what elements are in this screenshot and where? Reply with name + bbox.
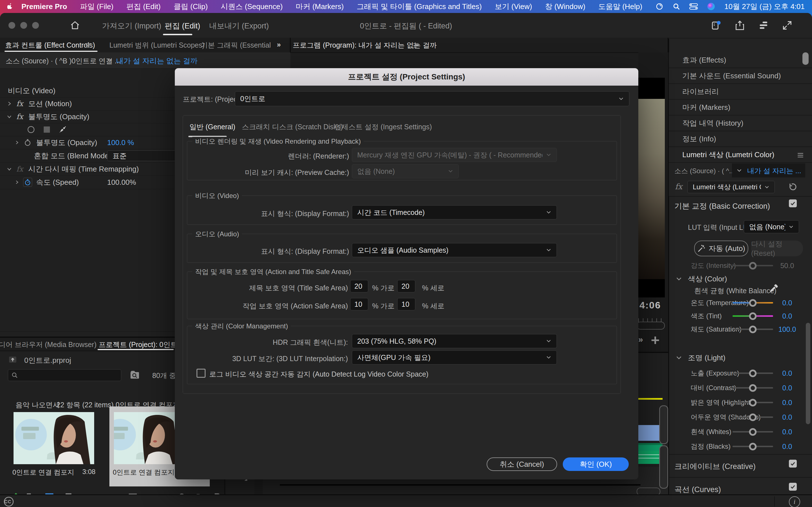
menu-clip[interactable]: 클립 (Clip) — [174, 2, 208, 11]
auto-button[interactable]: 자동 (Auto) — [694, 240, 748, 256]
action-safe-h-input[interactable]: 10 — [350, 298, 368, 311]
menu-markers[interactable]: 마커 (Markers) — [296, 2, 344, 11]
exposure-value[interactable]: 0.0 — [773, 369, 801, 378]
right-panel-scroll-nub[interactable] — [802, 52, 809, 65]
shadows-value[interactable]: 0.0 — [773, 413, 801, 421]
panel-item-info[interactable]: 정보 (Info) — [669, 131, 812, 147]
siri-icon[interactable] — [707, 2, 715, 11]
tab-export[interactable]: 내보내기 (Export) — [209, 21, 269, 31]
tab-import[interactable]: 가져오기 (Import) — [102, 21, 161, 31]
intensity-value[interactable]: 50.0 — [773, 262, 801, 270]
panel-item-libraries[interactable]: 라이브러리 — [669, 84, 812, 100]
tab-essential-graphics[interactable]: 기본 그래픽 (Essential Gr — [201, 41, 271, 50]
menu-view[interactable]: 보기 (View) — [495, 2, 532, 11]
panel-item-history[interactable]: 작업 내역 (History) — [669, 115, 812, 131]
program-panel-menu-icon[interactable] — [412, 42, 419, 48]
eyedropper-icon[interactable] — [769, 283, 779, 293]
chevron-down-icon[interactable] — [737, 168, 742, 173]
temperature-slider[interactable] — [732, 302, 773, 304]
video-format-dropdown[interactable]: 시간 코드 (Timecode) — [352, 205, 557, 219]
sync-status-icon[interactable] — [656, 3, 663, 10]
saturation-slider[interactable] — [732, 329, 773, 330]
bin-label[interactable]: 음악 나오면서 — [15, 400, 60, 409]
chevron-right-icon[interactable] — [7, 101, 12, 106]
tab-overflow-chevrons[interactable]: » — [277, 41, 281, 49]
timeline-vscroll-lower[interactable] — [659, 445, 668, 489]
fullscreen-icon[interactable] — [781, 20, 793, 31]
contrast-value[interactable]: 0.0 — [773, 384, 801, 392]
panel-item-lumetri-color[interactable]: Lumetri 색상 (Lumetri Color) — [669, 147, 812, 163]
spotlight-search-icon[interactable] — [672, 3, 680, 10]
lumetri-source-tab[interactable]: 소스 (Source) · ( ^... — [674, 166, 735, 175]
chevron-down-icon[interactable] — [7, 114, 12, 119]
lumetri-scrollbar[interactable] — [806, 323, 810, 424]
basic-correction-header[interactable]: 기본 교정 (Basic Correction) — [674, 201, 770, 211]
menu-graphics[interactable]: 그래픽 및 타이틀 (Graphics and Titles) — [357, 2, 482, 11]
pen-mask-icon[interactable] — [58, 125, 67, 134]
tab-lumetri-scopes[interactable]: Lumetri 범위 (Lumetri Scopes) — [109, 41, 205, 50]
title-safe-v-input[interactable]: 20 — [397, 280, 415, 292]
stopwatch-active-icon[interactable] — [23, 178, 32, 187]
blacks-slider[interactable] — [732, 446, 773, 447]
tab-project[interactable]: 프로젝트 (Project): 0인트로 — [99, 340, 185, 349]
ec-opacity-value[interactable]: 100.0 % — [107, 138, 134, 147]
panel-menu-icon[interactable] — [797, 152, 804, 158]
tint-slider[interactable] — [732, 316, 773, 317]
curves-section-header[interactable]: 곡선 (Curves) — [674, 485, 721, 495]
navigate-up-icon[interactable] — [8, 355, 17, 364]
control-center-icon[interactable] — [689, 3, 698, 10]
rect-mask-icon[interactable] — [43, 125, 51, 134]
ec-speed-value[interactable]: 100.00% — [107, 178, 136, 187]
exposure-slider[interactable] — [732, 373, 773, 374]
minimize-window-button[interactable] — [20, 22, 27, 29]
monitor-more-buttons[interactable]: » — [638, 335, 643, 344]
workspaces-icon[interactable] — [758, 20, 769, 31]
ok-button[interactable]: 확인 (OK) — [563, 457, 629, 471]
ellipse-mask-icon[interactable] — [27, 125, 35, 134]
project-item-1[interactable]: 0인트로 연결 컴포지션 05 (... 3:08 — [12, 410, 95, 482]
dialog-tab-scratch-disks[interactable]: 스크래치 디스크 (Scratch Disks) — [242, 122, 343, 131]
action-safe-v-input[interactable]: 10 — [397, 298, 415, 311]
quick-export-icon[interactable] — [711, 20, 722, 31]
timeline-video-clip[interactable] — [638, 425, 661, 441]
reset-effect-icon[interactable] — [786, 182, 797, 192]
menu-edit[interactable]: 편집 (Edit) — [126, 2, 160, 11]
cancel-button[interactable]: 취소 (Cancel) — [487, 457, 557, 471]
dialog-tab-ingest[interactable]: 인제스트 설정 (Ingest Settings) — [335, 122, 432, 131]
basic-correction-checkbox[interactable] — [789, 200, 797, 207]
hdr-white-dropdown[interactable]: 203 (75% HLG, 58% PQ) — [352, 334, 557, 348]
ec-blend-dropdown[interactable]: 표준 — [107, 151, 186, 161]
contrast-slider[interactable] — [732, 387, 773, 389]
shadows-slider[interactable] — [732, 416, 773, 418]
title-safe-h-input[interactable]: 20 — [350, 280, 368, 292]
curves-checkbox[interactable] — [789, 483, 797, 491]
panel-item-effects[interactable]: 효과 (Effects) — [669, 52, 812, 68]
info-icon[interactable]: i — [789, 496, 800, 507]
highlights-value[interactable]: 0.0 — [773, 399, 801, 407]
whites-slider[interactable] — [732, 431, 773, 433]
creative-section-header[interactable]: 크리에이티브 (Creative) — [674, 461, 756, 471]
color-section-header[interactable]: 색상 (Color) — [688, 274, 727, 284]
stopwatch-icon[interactable] — [24, 138, 32, 147]
search-bin-icon[interactable] — [129, 369, 140, 381]
saturation-value[interactable]: 100.0 — [773, 325, 801, 334]
creative-cloud-icon[interactable] — [3, 496, 14, 507]
temperature-value[interactable]: 0.0 — [773, 299, 801, 307]
home-icon[interactable] — [70, 20, 80, 31]
auto-detect-log-checkbox[interactable] — [197, 369, 206, 378]
lumetri-effect-dropdown[interactable]: Lumetri 색상 (Lumetri Co... — [688, 181, 775, 193]
panel-menu-icon[interactable] — [85, 42, 92, 48]
tab-effect-controls[interactable]: 효과 컨트롤 (Effect Controls) — [5, 41, 95, 50]
bin-count-label[interactable]: 22 항목 (22 items) — [56, 400, 114, 409]
intensity-slider[interactable] — [732, 265, 773, 267]
monitor-zoom-scrollbar[interactable] — [637, 322, 665, 330]
tab-media-browser[interactable]: 미디어 브라우저 (Media Browser) — [0, 340, 96, 349]
sequence-name-link[interactable]: 내가 설 자리는 없는 걸까 — [116, 56, 198, 66]
menu-window[interactable]: 창 (Window) — [545, 2, 585, 11]
zoom-window-button[interactable] — [32, 22, 39, 29]
app-menu-premiere[interactable]: Premiere Pro — [21, 2, 67, 11]
panel-item-essential-sound[interactable]: 기본 사운드 (Essential Sound) — [669, 68, 812, 84]
project-dropdown[interactable]: 0인트로 — [235, 91, 629, 106]
source-clip-tab[interactable]: 소스 (Source) · ( ^B )0인트로 연결 ... — [6, 56, 121, 66]
input-lut-dropdown[interactable]: 없음 (None) — [744, 220, 799, 233]
